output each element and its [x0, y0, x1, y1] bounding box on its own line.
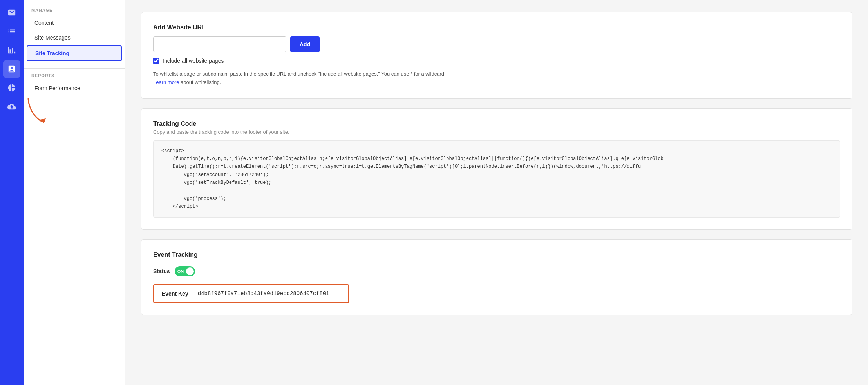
- tracking-code-subtitle: Copy and paste the tracking code into th…: [153, 129, 840, 135]
- whitelist-suffix: about whitelisting.: [179, 79, 221, 85]
- url-input-row: Add: [153, 36, 840, 52]
- event-key-row: Event Key d4b8f967f0a71eb8d43fa0d19ecd28…: [153, 284, 349, 303]
- whitelist-info: To whitelist a page or subdomain, paste …: [153, 70, 840, 87]
- sidebar-icon-chart[interactable]: [3, 42, 20, 59]
- learn-more-link[interactable]: Learn more: [153, 79, 179, 85]
- whitelist-info-text: To whitelist a page or subdomain, paste …: [153, 71, 446, 77]
- website-url-input[interactable]: [153, 36, 286, 52]
- include-all-pages-row: Include all website pages: [153, 58, 840, 64]
- add-url-button[interactable]: Add: [290, 36, 320, 52]
- event-key-label: Event Key: [162, 291, 188, 297]
- add-url-title: Add Website URL: [153, 24, 840, 31]
- sidebar-icon-email[interactable]: [3, 4, 20, 21]
- sidebar-item-content[interactable]: Content: [27, 16, 122, 30]
- text-sidebar: MANAGE Content Site Messages Site Tracki…: [24, 0, 125, 385]
- sidebar-icon-campaigns[interactable]: [3, 60, 20, 78]
- sidebar-item-form-performance[interactable]: Form Performance: [27, 81, 122, 95]
- tracking-code-card: Tracking Code Copy and paste the trackin…: [141, 108, 852, 230]
- sidebar-icon-upload[interactable]: [3, 98, 20, 115]
- status-row: Status ON: [153, 266, 840, 276]
- tracking-code-title: Tracking Code: [153, 120, 840, 127]
- event-tracking-card: Event Tracking Status ON Event Key d4b8f…: [141, 239, 852, 315]
- main-content: Add Website URL Add Include all website …: [125, 0, 868, 385]
- toggle-knob: [186, 267, 194, 275]
- sidebar-item-site-messages[interactable]: Site Messages: [27, 31, 122, 45]
- toggle-container[interactable]: ON: [175, 266, 195, 276]
- event-tracking-toggle[interactable]: ON: [175, 266, 195, 276]
- add-website-url-card: Add Website URL Add Include all website …: [141, 12, 852, 99]
- sidebar-item-site-tracking[interactable]: Site Tracking: [27, 45, 122, 61]
- reports-section-label: REPORTS: [24, 73, 125, 81]
- manage-section-label: MANAGE: [24, 8, 125, 16]
- tracking-code-block: <script> (function(e,t,o,n,p,r,i){e.visi…: [153, 140, 840, 218]
- icon-sidebar: [0, 0, 24, 385]
- sidebar-icon-pie[interactable]: [3, 79, 20, 96]
- sidebar-divider: [24, 68, 125, 69]
- event-key-value: d4b8f967f0a71eb8d43fa0d19ecd2806407cf801: [198, 291, 329, 297]
- include-all-pages-label: Include all website pages: [163, 58, 224, 64]
- toggle-label: ON: [177, 269, 184, 274]
- include-all-pages-checkbox[interactable]: [153, 58, 159, 64]
- status-label: Status: [153, 268, 170, 274]
- event-tracking-title: Event Tracking: [153, 251, 840, 258]
- sidebar-icon-list[interactable]: [3, 23, 20, 40]
